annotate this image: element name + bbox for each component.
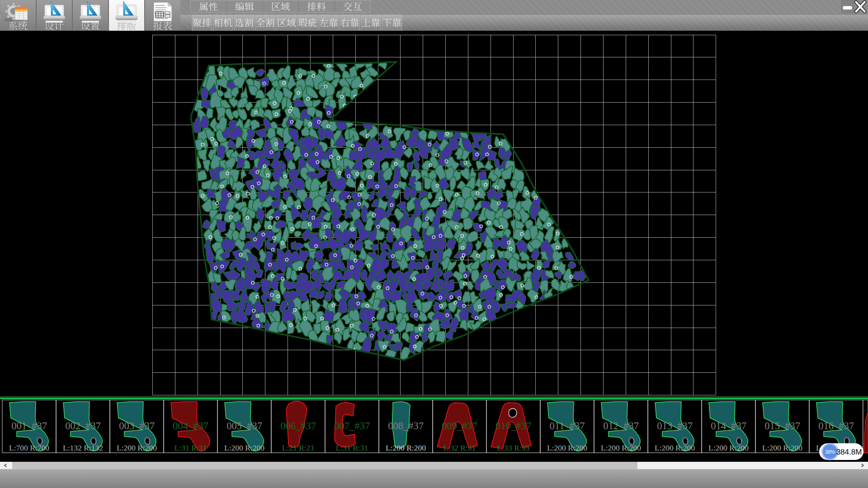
svg-text:L:200 R:200: L:200 R:200 xyxy=(117,443,157,452)
svg-text:L:200 R:200: L:200 R:200 xyxy=(762,443,802,452)
svg-text:013_#37: 013_#37 xyxy=(657,420,693,432)
svg-text:L:700 R:700: L:700 R:700 xyxy=(9,443,49,452)
svg-text:014_#37: 014_#37 xyxy=(711,420,746,432)
svg-text:012_#37: 012_#37 xyxy=(603,420,639,432)
svg-text:L:31 R:31: L:31 R:31 xyxy=(336,443,368,452)
svg-text:003_#37: 003_#37 xyxy=(119,420,155,432)
svg-text:008_#37: 008_#37 xyxy=(388,420,424,432)
svg-text:L:200 R:200: L:200 R:200 xyxy=(601,443,641,452)
svg-text:L:32 R:31: L:32 R:31 xyxy=(443,443,476,452)
svg-text:L:31 R:31: L:31 R:31 xyxy=(175,443,207,452)
svg-text:001_#37: 001_#37 xyxy=(11,420,47,432)
svg-text:015_#37: 015_#37 xyxy=(764,420,800,432)
svg-text:L:200 R:200: L:200 R:200 xyxy=(224,443,264,452)
svg-text:010_#37: 010_#37 xyxy=(495,420,531,432)
svg-text:004_#37: 004_#37 xyxy=(173,420,208,432)
svg-text:011_#37: 011_#37 xyxy=(550,420,585,432)
svg-text:384.8M: 384.8M xyxy=(836,448,862,456)
svg-text:L:200 R:200: L:200 R:200 xyxy=(708,443,749,452)
svg-text:016_#37: 016_#37 xyxy=(818,420,854,432)
svg-text:38%: 38% xyxy=(825,449,835,455)
svg-text:L:21 R:21: L:21 R:21 xyxy=(282,443,314,452)
svg-text:L:200 R:200: L:200 R:200 xyxy=(655,443,695,452)
svg-text:005_#37: 005_#37 xyxy=(226,420,262,432)
svg-text:009_#37: 009_#37 xyxy=(442,420,477,432)
svg-text:L:200 R:200: L:200 R:200 xyxy=(547,443,587,452)
svg-text:007_#37: 007_#37 xyxy=(334,420,370,432)
svg-text:002_#37: 002_#37 xyxy=(65,420,101,432)
svg-text:006_#37: 006_#37 xyxy=(280,420,316,432)
svg-text:L:200 R:200: L:200 R:200 xyxy=(386,443,426,452)
svg-text:L:132 R:132: L:132 R:132 xyxy=(63,443,103,452)
svg-text:L:33 R:33: L:33 R:33 xyxy=(497,443,530,452)
